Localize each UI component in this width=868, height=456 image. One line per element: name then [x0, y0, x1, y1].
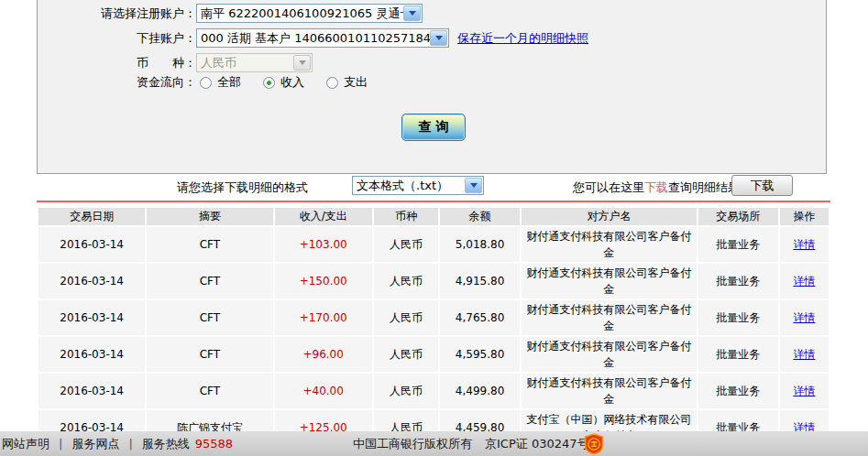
download-format-label: 请您选择下载明细的格式 [177, 179, 308, 196]
cell-date: 2016-03-14 [38, 227, 145, 262]
download-hint-prefix: 您可以在这里 [573, 180, 644, 194]
chevron-down-icon[interactable] [430, 30, 447, 46]
chevron-down-icon[interactable] [465, 178, 482, 193]
footer-separator: | [128, 437, 132, 451]
footer-separator: | [59, 437, 62, 451]
hotline-label: 服务热线 [142, 436, 190, 452]
cell-balance: 4,595.80 [440, 337, 520, 372]
cell-currency: 人民币 [374, 227, 438, 262]
query-form-box: 请选择注册账户： 南平 6222001406100921065 灵通卡 下挂账户… [37, 0, 827, 174]
service-outlets-link[interactable]: 服务网点 [71, 436, 119, 452]
cell-balance: 5,018.80 [440, 227, 520, 262]
header-date: 交易日期 [38, 208, 145, 225]
cell-venue: 批量业务 [698, 337, 778, 372]
register-account-row: 请选择注册账户： 南平 6222001406100921065 灵通卡 [38, 4, 423, 23]
cell-summary: CFT [147, 227, 272, 262]
radio-label-income: 收入 [280, 74, 304, 91]
chevron-down-glyph [409, 11, 416, 16]
radio-option-expense[interactable]: 支出 [326, 74, 368, 91]
register-account-select[interactable]: 南平 6222001406100921065 灵通卡 [196, 4, 423, 23]
cell-amount: +103.00 [275, 227, 372, 262]
table-row: 2016-03-14 CFT +40.00 人民币 4,499.80 财付通支付… [38, 374, 829, 408]
cell-summary: CFT [147, 300, 272, 335]
table-row: 2016-03-14 CFT +96.00 人民币 4,595.80 财付通支付… [38, 337, 829, 372]
footer-bar: 网站声明 | 服务网点 | 服务热线 95588 中国工商银行版权所有 京ICP… [0, 431, 868, 456]
red-divider [37, 201, 830, 202]
header-counterparty: 对方户名 [522, 208, 696, 225]
chevron-down-icon [293, 55, 311, 71]
cell-currency: 人民币 [374, 337, 438, 372]
footer-links: 网站声明 | 服务网点 | 服务热线 95588 [2, 431, 233, 456]
download-hint: 您可以在这里下载查询明细结果 [573, 179, 740, 196]
cell-amount: +170.00 [275, 300, 372, 335]
detail-link[interactable]: 详情 [793, 385, 815, 397]
cell-date: 2016-03-14 [38, 374, 145, 408]
header-action: 操作 [780, 208, 829, 225]
sub-account-select[interactable]: 000 活期 基本户 1406600101102571848 [196, 28, 449, 48]
sub-account-value: 000 活期 基本户 1406600101102571848 [201, 30, 438, 47]
cell-date: 2016-03-14 [38, 337, 145, 372]
radio-option-income[interactable]: 收入 [263, 74, 304, 91]
currency-select-disabled: 人民币 [196, 53, 313, 72]
download-format-select[interactable]: 文本格式（.txt） [352, 176, 484, 195]
table-row: 2016-03-14 CFT +103.00 人民币 5,018.80 财付通支… [38, 227, 829, 262]
query-button[interactable]: 查 询 [401, 114, 466, 141]
cell-venue: 批量业务 [698, 374, 778, 408]
detail-link[interactable]: 详情 [793, 311, 815, 324]
cell-venue: 批量业务 [698, 300, 778, 335]
chevron-down-glyph [470, 183, 478, 188]
transactions-table: 交易日期 摘要 收入/支出 币种 余额 对方户名 交易场所 操作 2016-03… [37, 206, 830, 447]
currency-label: 币 种： [38, 55, 196, 71]
fund-flow-label: 资金流向： [38, 74, 196, 91]
detail-link[interactable]: 详情 [793, 275, 815, 288]
header-currency: 币种 [374, 208, 438, 225]
cell-currency: 人民币 [374, 300, 438, 335]
save-snapshot-link[interactable]: 保存近一个月的明细快照 [457, 30, 588, 47]
header-balance: 余额 [440, 208, 520, 225]
icp-number: 京ICP证 030247号 [485, 436, 589, 452]
register-account-label: 请选择注册账户： [38, 5, 196, 22]
download-format-value: 文本格式（.txt） [357, 178, 448, 194]
radio-option-all[interactable]: 全部 [200, 74, 241, 91]
cell-amount: +40.00 [275, 374, 372, 408]
fund-flow-row: 资金流向： 全部 收入 支出 [38, 75, 390, 90]
radio-icon [326, 77, 338, 89]
cell-balance: 4,765.80 [440, 300, 520, 335]
radio-label-expense: 支出 [344, 74, 368, 91]
cell-summary: CFT [147, 374, 272, 408]
cell-currency: 人民币 [374, 374, 438, 408]
header-summary: 摘要 [147, 208, 272, 225]
cell-venue: 批量业务 [698, 227, 778, 262]
sub-account-row: 下挂账户： 000 活期 基本户 1406600101102571848 保存近… [38, 28, 588, 48]
detail-link[interactable]: 详情 [793, 348, 815, 361]
hotline-number: 95588 [195, 437, 233, 451]
site-statement-link[interactable]: 网站声明 [2, 436, 49, 452]
radio-icon [263, 77, 275, 89]
chevron-down-glyph [299, 60, 306, 65]
cell-summary: CFT [147, 337, 272, 372]
header-venue: 交易场所 [698, 208, 778, 225]
cell-currency: 人民币 [374, 264, 438, 299]
detail-link[interactable]: 详情 [793, 238, 815, 251]
table-row: 2016-03-14 CFT +170.00 人民币 4,765.80 财付通支… [38, 300, 829, 335]
download-hint-suffix: 查询明细结果 [668, 180, 740, 194]
table-header-row: 交易日期 摘要 收入/支出 币种 余额 对方户名 交易场所 操作 [38, 208, 829, 225]
cell-counterparty: 财付通支付科技有限公司客户备付金 [522, 374, 696, 408]
cell-counterparty: 财付通支付科技有限公司客户备付金 [522, 337, 696, 372]
download-hint-link[interactable]: 下载 [644, 180, 668, 194]
radio-label-all: 全部 [217, 74, 241, 91]
icbc-badge-icon [583, 433, 605, 455]
cell-date: 2016-03-14 [38, 264, 145, 299]
copyright-text: 中国工商银行版权所有 [353, 436, 472, 452]
currency-value: 人民币 [201, 55, 236, 71]
transaction-query-page: 请选择注册账户： 南平 6222001406100921065 灵通卡 下挂账户… [0, 0, 868, 456]
header-amount: 收入/支出 [275, 208, 372, 225]
cell-balance: 4,499.80 [440, 374, 520, 408]
cell-date: 2016-03-14 [38, 300, 145, 335]
cell-counterparty: 财付通支付科技有限公司客户备付金 [522, 300, 696, 335]
cell-counterparty: 财付通支付科技有限公司客户备付金 [522, 227, 696, 262]
download-button[interactable]: 下载 [731, 175, 793, 196]
chevron-down-glyph [435, 36, 443, 40]
chevron-down-icon[interactable] [403, 5, 421, 21]
currency-row: 币 种： 人民币 [38, 53, 313, 72]
